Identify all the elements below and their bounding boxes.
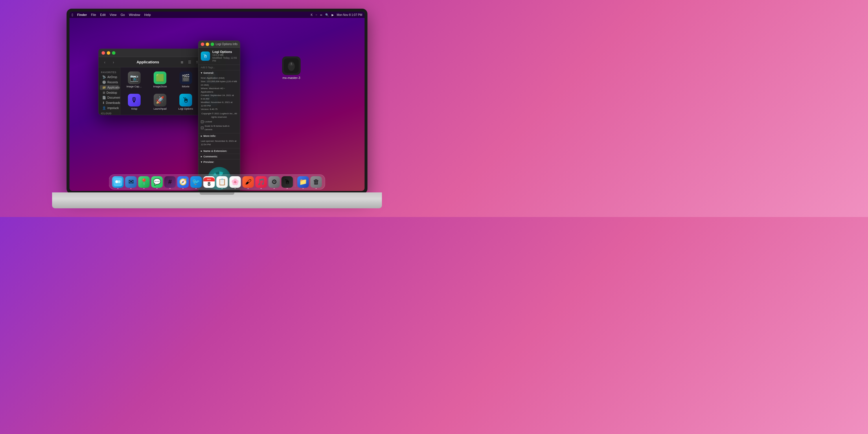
- app-label-launchpad: Launchpad: [154, 107, 167, 110]
- dock-item-messages-3[interactable]: 💬: [151, 176, 163, 188]
- forward-button[interactable]: ›: [110, 59, 117, 65]
- dock-item-calendar-7[interactable]: NOV8: [204, 176, 215, 188]
- info-close-button[interactable]: [201, 42, 204, 46]
- chevron-down-preview-icon: ▾: [201, 161, 202, 163]
- info-maximize-button[interactable]: [211, 42, 214, 46]
- app-item-krisp[interactable]: 🎙Krisp: [123, 92, 146, 112]
- dock-item-slack-4[interactable]: #: [164, 176, 176, 188]
- menubar-right: K − ∞ 🔍 ▶ Mon Nov 8 1:07 PM: [311, 13, 362, 17]
- menubar-siri-icon[interactable]: ▶: [332, 13, 334, 17]
- apple-logo-icon[interactable]: : [72, 13, 73, 17]
- close-button[interactable]: [101, 51, 105, 55]
- dock-item-brushes-10[interactable]: 🖌: [243, 176, 254, 188]
- app-item-image-capture[interactable]: 📷Image Capture: [123, 70, 146, 90]
- svg-point-6: [118, 180, 121, 183]
- sidebar-desktop-label: Desktop: [106, 91, 117, 94]
- info-where: Where: Macintosh HD › Applications: [201, 87, 238, 94]
- menubar-wifi-icon: ∞: [320, 13, 322, 17]
- app-item-logi-options[interactable]: 🖱Logi Options: [174, 92, 197, 112]
- app-item-maps[interactable]: 🗺Maps: [123, 114, 146, 115]
- svg-rect-3: [291, 62, 292, 65]
- laptop:  Finder File Edit View Go Window Help K…: [52, 9, 382, 208]
- dock-item-mail-1[interactable]: ✉: [125, 176, 137, 188]
- menu-edit[interactable]: Edit: [100, 13, 105, 17]
- sidebar-item-recents[interactable]: 🕐 Recents: [100, 80, 119, 85]
- minimize-button[interactable]: [107, 51, 110, 55]
- info-preview-header[interactable]: ▾ Preview:: [198, 159, 240, 165]
- dock-item-maps-2[interactable]: 📍: [138, 176, 150, 188]
- dock-item-safari-5[interactable]: 🧭: [177, 176, 189, 188]
- info-more-header[interactable]: ▸ More Info:: [198, 133, 240, 138]
- menu-go[interactable]: Go: [121, 13, 125, 17]
- info-comments-header[interactable]: ▸ Comments:: [198, 154, 240, 159]
- app-item-messages[interactable]: 💬Messages: [148, 114, 172, 115]
- info-header: 🖱 Logi Options 113.3 MB Modified: Today,…: [198, 48, 240, 65]
- dock-item-system-preferences-12[interactable]: ⚙: [269, 176, 280, 188]
- app-item-image2icon[interactable]: 🟩Image2Icon: [148, 70, 172, 90]
- arrange-icon[interactable]: ☰: [187, 59, 192, 65]
- dock-item-trash-15[interactable]: 🗑: [310, 176, 322, 188]
- desktop-icon-mx-master[interactable]: mx-master-3: [282, 56, 301, 80]
- sidebar-item-downloads[interactable]: ⬇ Downloads: [100, 100, 119, 105]
- sidebar-item-applications[interactable]: 📁 Applications: [100, 85, 119, 90]
- info-general-content: Kind: Application (Intel) Size: 113,283,…: [198, 75, 240, 133]
- app-label-image-capture: Image Capture: [126, 85, 142, 88]
- sidebar-item-desktop[interactable]: 🖥 Desktop: [100, 90, 119, 95]
- favorites-label: Favorites: [99, 70, 120, 74]
- info-modified-detail: Modified: November 8, 2021 at 12:55 PM: [201, 101, 238, 107]
- recents-icon: 🕐: [102, 81, 106, 84]
- dock-item-reminders-8[interactable]: 📋: [216, 176, 228, 188]
- menubar-search-icon[interactable]: 🔍: [325, 13, 329, 17]
- desktop-icon-side: 🖥: [102, 91, 105, 94]
- info-app-size: 113.3 MB: [212, 54, 238, 56]
- dock-item-twitter-6[interactable]: 🐦: [190, 176, 202, 188]
- user-icon: 👤: [102, 106, 106, 110]
- menubar-bt-icon: −: [316, 13, 317, 17]
- airdrop-icon: 📡: [102, 75, 106, 79]
- info-general-header[interactable]: ▾ General:: [198, 70, 240, 75]
- general-label: General:: [204, 71, 214, 74]
- menu-file[interactable]: File: [91, 13, 96, 17]
- menu-window[interactable]: Window: [129, 13, 140, 17]
- app-label-image2icon: Image2Icon: [153, 85, 167, 88]
- scale-label: Scale to fit below built-in camera: [205, 124, 238, 131]
- dock-separator: [295, 177, 296, 187]
- back-button[interactable]: ‹: [101, 59, 108, 65]
- sidebar-item-impoluck[interactable]: 👤 impoluck: [100, 105, 119, 111]
- app-item-launchpad[interactable]: 🚀Launchpad: [148, 92, 172, 112]
- preview-label: Preview:: [204, 161, 214, 163]
- menu-help[interactable]: Help: [144, 13, 151, 17]
- sidebar-documents-label: Documents: [107, 96, 120, 99]
- menubar-k-icon: K: [311, 13, 313, 17]
- dock-item-music-11[interactable]: 🎵: [255, 176, 267, 188]
- menu-finder[interactable]: Finder: [77, 13, 87, 17]
- sidebar-item-documents[interactable]: 📄 Documents: [100, 95, 119, 100]
- dock-item-photos-9[interactable]: 🌸: [229, 176, 241, 188]
- view-icon[interactable]: ≣: [179, 59, 185, 65]
- dock-item-logitech-13[interactable]: 🖱: [281, 176, 293, 188]
- menubar-left:  Finder File Edit View Go Window Help: [72, 13, 311, 17]
- sidebar-airdrop-label: AirDrop: [107, 75, 117, 79]
- dock-item-finder-14[interactable]: 📁: [298, 176, 309, 188]
- app-item-mission-control[interactable]: ⊞Mission Control: [174, 114, 197, 115]
- info-comments-section: ▸ Comments:: [198, 154, 240, 159]
- info-tags[interactable]: Add 3 Tags...: [198, 65, 240, 70]
- desktop-screen:  Finder File Edit View Go Window Help K…: [69, 11, 365, 191]
- sidebar-item-airdrop[interactable]: 📡 AirDrop: [100, 75, 119, 80]
- app-icon-krisp: 🎙: [128, 94, 141, 106]
- menu-view[interactable]: View: [110, 13, 117, 17]
- app-item-imovie[interactable]: 🎬iMovie: [174, 70, 197, 90]
- chevron-right-icon: ▸: [201, 134, 202, 137]
- app-icon-logi-options: 🖱: [179, 94, 192, 106]
- app-label-krisp: Krisp: [131, 107, 137, 110]
- dock-item-finder-0[interactable]: [112, 176, 124, 188]
- screen-bezel:  Finder File Edit View Go Window Help K…: [66, 9, 368, 194]
- info-name-section: ▸ Name & Extension:: [198, 148, 240, 154]
- maximize-button[interactable]: [112, 51, 116, 55]
- info-minimize-button[interactable]: [206, 42, 209, 46]
- chevron-right-name-icon: ▸: [201, 150, 202, 153]
- applications-icon: 📁: [102, 86, 106, 89]
- mx-master-icon: [282, 56, 301, 75]
- info-name-header[interactable]: ▸ Name & Extension:: [198, 148, 240, 154]
- app-label-logi-options: Logi Options: [179, 107, 193, 110]
